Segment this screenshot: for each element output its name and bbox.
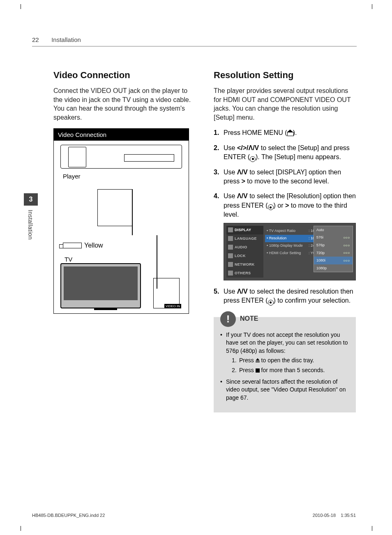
res-option-auto: Auto (314, 226, 353, 234)
page-number: 22 (32, 36, 39, 43)
video-connection-heading: Video Connection (53, 70, 196, 81)
footer-datetime: 2010-05-18 1:35:51 (313, 513, 356, 518)
step-3-text-a: Use (224, 169, 237, 176)
setup-sidebar-others: OTHERS (226, 269, 263, 278)
enter-icon (250, 156, 256, 162)
note-substep-2-b: for more than 5 seconds. (260, 367, 325, 373)
step-5-text-a: Use (224, 288, 237, 295)
note-substep-1-b: to open the disc tray. (260, 357, 314, 364)
rca-plug-icon (63, 243, 82, 248)
setup-menu-screenshot: DISPLAY LANGUAGE AUDIO LOCK NETWORK OTHE… (224, 223, 356, 280)
tv-illustration (60, 263, 141, 308)
note-bullet-2: Since several factors affect the resolut… (220, 378, 349, 402)
setup-sidebar-lock: LOCK (226, 252, 263, 260)
chapter-label: Installation (27, 210, 34, 240)
crop-mark-bottom (21, 526, 372, 531)
step-2: Use </>/Λ/V to select the [Setup] and pr… (214, 144, 356, 162)
note-substep-2: 2.Press for more than 5 seconds. (232, 366, 349, 375)
resolution-steps: Press HOME MENU (). Use </>/Λ/V to selec… (214, 128, 356, 305)
chapter-number: 3 (24, 193, 38, 206)
right-column: Resolution Setting The player provides s… (214, 70, 356, 486)
stop-icon (256, 368, 260, 373)
res-option-1080p: 1080p (314, 264, 353, 272)
up-down-icon: Λ/V (237, 288, 248, 295)
player-illustration (60, 145, 182, 169)
cable-color-row: Yellow (63, 242, 103, 249)
step-4: Use Λ/V to select the [Resolution] optio… (214, 192, 356, 280)
res-option-1080i: 1080iooo (314, 257, 353, 264)
left-column: Video Connection Connect the VIDEO OUT j… (53, 70, 196, 486)
step-5-text-c: ) to confirm your selection. (274, 297, 351, 304)
note-bullet-1: If your TV does not accept the resolutio… (220, 331, 349, 375)
video-connection-intro: Connect the VIDEO OUT jack on the player… (53, 86, 196, 122)
step-1: Press HOME MENU (). (214, 128, 356, 137)
resolution-popup: Auto 576iooo 576pooo 720pooo 1080iooo 10… (314, 226, 353, 273)
step-2-text-c: ). The [Setup] menu appears. (256, 153, 341, 160)
right-arrow-icon: > (285, 202, 289, 209)
resolution-setting-heading: Resolution Setting (214, 70, 356, 81)
chapter-side-tab: 3 Installation (24, 193, 38, 240)
home-icon (287, 130, 293, 135)
note-box: ! NOTE If your TV does not accept the re… (214, 317, 356, 413)
page-footer: HB485-DB.BDEUPPK_ENG.indd 22 2010-05-18 … (32, 513, 356, 518)
enter-icon (268, 204, 274, 210)
up-down-icon: Λ/V (237, 192, 248, 199)
up-down-icon: Λ/V (237, 169, 248, 176)
enter-icon (268, 300, 274, 306)
setup-sidebar-display: DISPLAY (226, 226, 263, 234)
footer-file: HB485-DB.BDEUPPK_ENG.indd 22 (32, 513, 105, 518)
page-header: 22 Installation (32, 36, 357, 46)
step-5: Use Λ/V to select the desired resolution… (214, 287, 356, 306)
setup-sidebar-language: LANGUAGE (226, 234, 263, 243)
note-bullet-1-text: If your TV does not accept the resolutio… (226, 331, 348, 354)
eject-icon (256, 358, 260, 362)
rear-panel-illustration (97, 189, 133, 226)
setup-sidebar-audio: AUDIO (226, 243, 263, 252)
cable-color-label: Yellow (84, 242, 103, 249)
note-title: NOTE (240, 314, 258, 323)
video-connection-diagram: Video Connection Player Yellow TV VIDEO … (53, 128, 189, 314)
right-arrow-icon: > (242, 178, 245, 185)
note-badge-icon: ! (220, 311, 236, 327)
player-label: Player (63, 173, 81, 180)
diagram-title: Video Connection (54, 129, 189, 141)
video-in-port-label: VIDEO IN (164, 304, 181, 308)
step-3-text-c: to move to the second level. (245, 178, 329, 185)
setup-sidebar-network: NETWORK (226, 260, 263, 269)
step-2-text-a: Use (224, 144, 237, 151)
header-section: Installation (51, 36, 81, 43)
step-4-text-c: ) or (274, 202, 285, 209)
note-substep-2-a: Press (239, 367, 256, 373)
res-option-576i: 576iooo (314, 234, 353, 241)
res-option-720p: 720pooo (314, 249, 353, 257)
step-3: Use Λ/V to select [DISPLAY] option then … (214, 168, 356, 186)
resolution-setting-intro: The player provides several output resol… (214, 86, 356, 122)
note-substep-1: 1.Press to open the disc tray. (232, 357, 349, 365)
nav-arrows-icon: </>/Λ/V (237, 144, 259, 151)
setup-sidebar: DISPLAY LANGUAGE AUDIO LOCK NETWORK OTHE… (226, 226, 263, 278)
crop-mark-top (21, 4, 372, 9)
cable-line (132, 189, 133, 235)
note-substep-1-a: Press (239, 357, 256, 364)
tv-label: TV (65, 256, 72, 263)
step-4-text-a: Use (224, 192, 237, 199)
res-option-576p: 576pooo (314, 241, 353, 249)
step-1-text-a: Press HOME MENU ( (224, 129, 287, 136)
